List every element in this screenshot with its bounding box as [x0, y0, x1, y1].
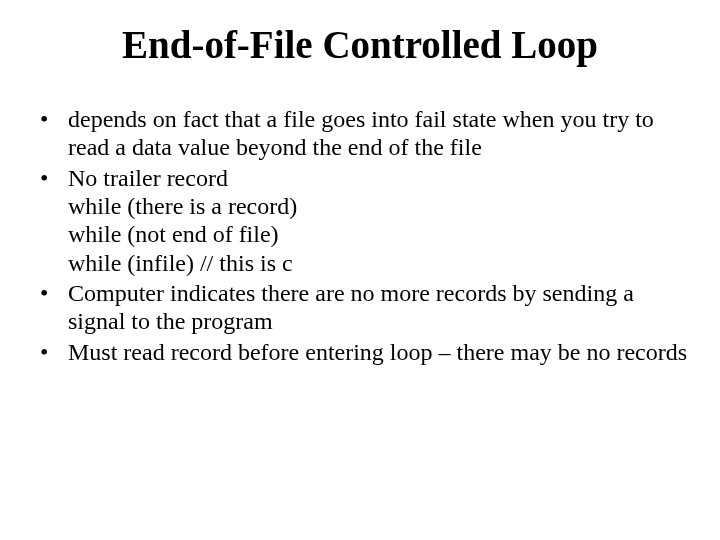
- slide-body: depends on fact that a file goes into fa…: [0, 77, 720, 366]
- bullet-item: depends on fact that a file goes into fa…: [30, 105, 690, 162]
- bullet-text: Computer indicates there are no more rec…: [68, 279, 690, 336]
- bullet-text: while (infile) // this is c: [68, 249, 690, 277]
- bullet-list: depends on fact that a file goes into fa…: [30, 105, 690, 366]
- bullet-item: No trailer record while (there is a reco…: [30, 164, 690, 277]
- bullet-text: Must read record before entering loop – …: [68, 338, 690, 366]
- bullet-item: Computer indicates there are no more rec…: [30, 279, 690, 336]
- bullet-text: No trailer record: [68, 164, 690, 192]
- slide: End-of-File Controlled Loop depends on f…: [0, 0, 720, 540]
- bullet-item: Must read record before entering loop – …: [30, 338, 690, 366]
- slide-title: End-of-File Controlled Loop: [0, 0, 720, 77]
- bullet-text: while (there is a record): [68, 192, 690, 220]
- bullet-text: depends on fact that a file goes into fa…: [68, 105, 690, 162]
- bullet-text: while (not end of file): [68, 220, 690, 248]
